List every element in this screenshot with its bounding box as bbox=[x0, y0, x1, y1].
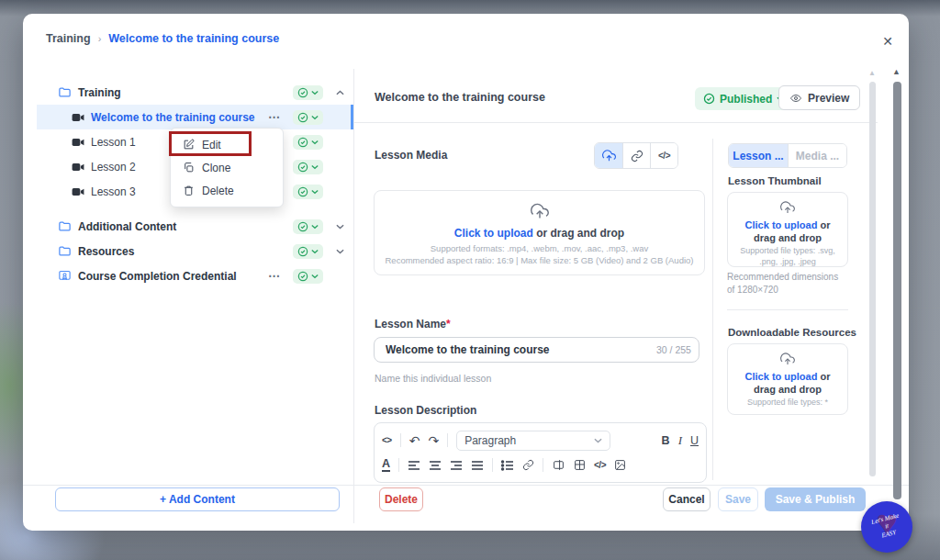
link-icon[interactable] bbox=[622, 143, 650, 168]
lesson-description-label: Lesson Description bbox=[375, 404, 476, 417]
source-code-icon[interactable]: <> bbox=[382, 435, 392, 445]
status-badge[interactable] bbox=[293, 160, 323, 174]
collapse-toggle[interactable] bbox=[330, 249, 350, 254]
certificate-icon bbox=[58, 269, 72, 283]
lesson-media-label: Lesson Media bbox=[375, 149, 447, 162]
table-icon[interactable] bbox=[574, 459, 586, 471]
media-upload-dropzone[interactable]: Click to upload or drag and drop Support… bbox=[374, 190, 705, 275]
check-circle-icon bbox=[297, 186, 308, 197]
delete-button[interactable]: Delete bbox=[379, 487, 423, 511]
inner-scroll-up-icon[interactable]: ▲ bbox=[868, 69, 876, 77]
tree-item-training[interactable]: Training bbox=[37, 80, 353, 105]
tree-item-label: Welcome to the training course bbox=[91, 111, 254, 124]
bullet-list-icon[interactable] bbox=[501, 460, 514, 471]
tree-item-label: Lesson 3 bbox=[91, 185, 136, 198]
embed-icon[interactable] bbox=[552, 459, 565, 471]
tree-item-resources[interactable]: Resources bbox=[37, 239, 353, 263]
align-left-icon[interactable] bbox=[408, 460, 420, 471]
supported-formats: Supported formats: .mp4, .webm, .mov, .a… bbox=[375, 243, 704, 255]
collapse-toggle[interactable] bbox=[330, 224, 350, 230]
trash-icon bbox=[183, 185, 195, 196]
chevron-down-icon bbox=[311, 115, 319, 120]
kebab-menu-icon[interactable]: ⋯ bbox=[268, 110, 281, 124]
code-icon[interactable]: </> bbox=[594, 460, 606, 470]
video-icon bbox=[72, 186, 84, 197]
upload-cloud-icon bbox=[780, 352, 795, 366]
status-badge[interactable] bbox=[293, 135, 323, 150]
font-color-icon[interactable]: A bbox=[382, 458, 390, 472]
lesson-name-input[interactable] bbox=[374, 337, 699, 363]
header-divider bbox=[354, 122, 878, 123]
collapse-toggle[interactable] bbox=[330, 90, 350, 95]
thumbnail-recommendation: Recommended dimensions of 1280×720 bbox=[727, 271, 846, 296]
status-badge[interactable] bbox=[293, 219, 323, 234]
upload-cta: Click to upload bbox=[745, 371, 818, 382]
close-icon[interactable]: ✕ bbox=[877, 30, 899, 52]
align-center-icon[interactable] bbox=[429, 460, 442, 471]
bold-icon[interactable]: B bbox=[662, 434, 670, 447]
link-icon[interactable] bbox=[522, 459, 534, 471]
chevron-down-icon bbox=[311, 224, 319, 230]
context-menu-item-delete[interactable]: Delete bbox=[171, 179, 283, 202]
upload-cta: Click to upload bbox=[745, 219, 818, 230]
paragraph-format-select[interactable]: Paragraph bbox=[456, 431, 610, 451]
image-icon[interactable] bbox=[614, 459, 626, 471]
align-right-icon[interactable] bbox=[450, 460, 463, 471]
outer-scrollbar-thumb[interactable] bbox=[893, 82, 901, 499]
folder-icon bbox=[58, 85, 72, 99]
cancel-button[interactable]: Cancel bbox=[663, 487, 711, 511]
undo-icon[interactable]: ↶ bbox=[409, 433, 420, 448]
page-title: Welcome to the training course bbox=[375, 91, 545, 104]
tab-lesson[interactable]: Lesson ... bbox=[729, 144, 788, 167]
align-justify-icon[interactable] bbox=[471, 460, 484, 471]
status-badge[interactable] bbox=[293, 244, 323, 259]
inner-scrollbar-thumb[interactable] bbox=[869, 82, 876, 476]
code-icon[interactable]: </> bbox=[650, 143, 677, 168]
outer-scroll-up-icon[interactable]: ▲ bbox=[892, 67, 901, 76]
media-recommendation: Recommended aspect ratio: 16:9 | Max fil… bbox=[375, 255, 704, 267]
video-icon bbox=[72, 137, 84, 148]
media-source-toggle: </> bbox=[594, 142, 678, 169]
chevron-down-icon bbox=[311, 249, 319, 254]
tree-item-label: Lesson 1 bbox=[91, 136, 136, 149]
preview-button[interactable]: Preview bbox=[778, 85, 860, 110]
status-badge[interactable] bbox=[293, 110, 323, 125]
save-publish-button[interactable]: Save & Publish bbox=[765, 487, 866, 511]
tab-media[interactable]: Media ... bbox=[788, 144, 846, 167]
upload-cloud-icon[interactable] bbox=[595, 143, 622, 168]
required-asterisk: * bbox=[446, 318, 451, 330]
chevron-down-icon bbox=[594, 438, 602, 443]
status-badge[interactable] bbox=[293, 185, 323, 199]
redo-icon[interactable]: ↷ bbox=[428, 433, 439, 448]
preview-label: Preview bbox=[808, 92, 849, 105]
video-icon bbox=[72, 162, 84, 173]
italic-icon[interactable]: I bbox=[678, 433, 682, 448]
breadcrumb-root[interactable]: Training bbox=[46, 32, 91, 45]
resources-label: Downloadable Resources bbox=[728, 327, 856, 338]
chevron-up-icon bbox=[336, 90, 344, 95]
tree-item-credential[interactable]: Course Completion Credential ⋯ bbox=[37, 263, 353, 288]
lesson-name-label: Lesson Name* bbox=[375, 318, 451, 330]
thumbnail-upload-dropzone[interactable]: Click to upload or drag and drop Support… bbox=[727, 192, 848, 267]
tree-item-label: Course Completion Credential bbox=[78, 270, 237, 283]
chevron-down-icon bbox=[336, 249, 344, 254]
video-icon bbox=[72, 112, 84, 123]
upload-cta: Click to upload bbox=[454, 227, 533, 240]
underline-icon[interactable]: U bbox=[690, 434, 699, 447]
status-badge[interactable] bbox=[293, 269, 323, 284]
save-button[interactable]: Save bbox=[718, 487, 758, 511]
context-menu: Edit Clone Delete bbox=[170, 128, 284, 207]
chevron-down-icon bbox=[311, 274, 319, 279]
clone-icon bbox=[183, 162, 195, 174]
format-value: Paragraph bbox=[464, 434, 516, 447]
upload-cloud-icon bbox=[531, 202, 549, 220]
add-content-button[interactable]: + Add Content bbox=[55, 487, 340, 511]
status-badge[interactable] bbox=[293, 85, 323, 100]
tree-item-additional-content[interactable]: Additional Content bbox=[37, 214, 353, 239]
kebab-menu-icon[interactable]: ⋯ bbox=[268, 269, 281, 283]
check-circle-icon bbox=[703, 93, 715, 105]
resources-upload-dropzone[interactable]: Click to upload or drag and drop Support… bbox=[727, 343, 848, 415]
chevron-down-icon bbox=[311, 140, 319, 145]
tree-item-lesson-welcome[interactable]: Welcome to the training course ⋯ bbox=[37, 105, 353, 129]
context-menu-item-clone[interactable]: Clone bbox=[171, 156, 283, 179]
